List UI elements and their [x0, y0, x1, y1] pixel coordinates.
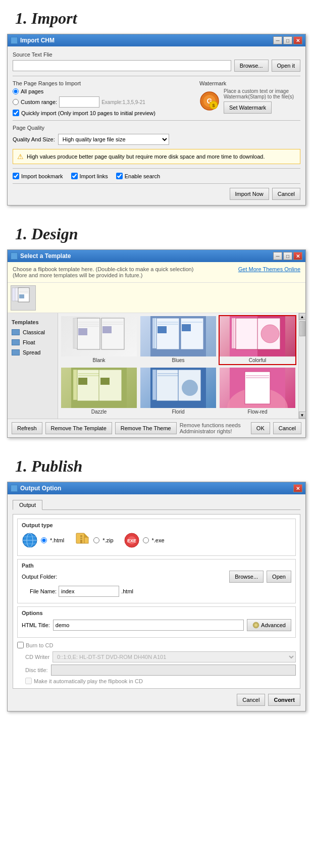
filename-row: File Name: .html	[22, 586, 291, 597]
template-blues-name: Blues	[140, 356, 216, 364]
template-flowred[interactable]: Flow-red	[219, 367, 296, 417]
classical-label: Classical	[23, 329, 45, 335]
scroll-up-btn[interactable]: ▲	[299, 313, 306, 320]
two-col-section: The Page Ranges to Import All pages Cust…	[13, 80, 300, 116]
divider3	[13, 168, 300, 169]
remove-template-button[interactable]: Remove The Template	[45, 422, 112, 434]
template-blank[interactable]: Blank	[60, 315, 138, 365]
output-close-btn[interactable]: ✕	[293, 484, 302, 492]
filename-input[interactable]	[59, 586, 119, 597]
design-window-title: Select a Template	[20, 252, 71, 260]
svg-rect-50	[156, 370, 179, 401]
quality-select[interactable]: High quality large file size Medium qual…	[58, 134, 169, 145]
zip-radio[interactable]	[93, 537, 99, 543]
step3-heading-container: 1. Publish	[0, 448, 313, 482]
template-florid[interactable]: Florid	[139, 367, 217, 417]
refresh-button[interactable]: Refresh	[12, 422, 42, 434]
burn-cd-fields: CD Writer 0::1:0,E: HL-DT-ST DVD-ROM DH4…	[17, 651, 296, 684]
import-now-button[interactable]: Import Now	[230, 188, 269, 200]
svg-rect-46	[99, 370, 122, 401]
import-bookmark-checkbox[interactable]	[13, 173, 19, 179]
watermark-desc: Place a custom text or image Watermark(S…	[224, 88, 300, 114]
templates-sidebar: Templates Classical Float Spread	[8, 313, 58, 419]
burn-cd-header: Burn to CD	[17, 642, 296, 648]
sidebar-item-classical[interactable]: Classical	[8, 327, 58, 337]
set-watermark-button[interactable]: Set Watermark	[224, 101, 272, 114]
scroll-thumb[interactable]	[299, 321, 305, 336]
output-window: Output Option ✕ Output Output type	[7, 482, 306, 711]
design-window-icon	[11, 252, 18, 260]
browse-button[interactable]: Browse...	[234, 60, 269, 72]
template-colorful-name: Colorful	[220, 356, 295, 364]
autoplay-checkbox[interactable]	[25, 678, 32, 684]
templates-label: Templates	[8, 317, 58, 327]
design-title-bar: Select a Template ─ □ ✕	[8, 250, 305, 262]
enable-search-label: Enable search	[116, 173, 160, 179]
design-header: Choose a flipbook template here. (Double…	[8, 262, 305, 283]
sidebar-item-float[interactable]: Float	[8, 337, 58, 347]
design-maximize-btn[interactable]: □	[283, 252, 292, 260]
design-ok-button[interactable]: OK	[251, 422, 270, 434]
custom-range-input[interactable]	[59, 96, 99, 108]
template-blues[interactable]: Blues	[139, 315, 217, 365]
burn-cd-checkbox[interactable]	[17, 642, 24, 648]
svg-rect-57	[245, 372, 270, 404]
template-dazzle-thumb	[61, 368, 137, 408]
template-colorful[interactable]: Colorful	[219, 315, 296, 365]
cd-writer-select[interactable]: 0::1:0,E: HL-DT-ST DVD-ROM DH40N A101	[53, 651, 296, 662]
output-html-option: *.html	[22, 532, 64, 548]
templates-grid: Blank	[58, 313, 298, 419]
html-title-input[interactable]	[53, 620, 244, 631]
watermark-box: G $ Place a custom text or image Waterma…	[199, 88, 300, 114]
sidebar-item-spread[interactable]: Spread	[8, 347, 58, 358]
output-type-row: *.html	[22, 532, 291, 548]
import-minimize-btn[interactable]: ─	[273, 36, 282, 44]
output-browse-button[interactable]: Browse...	[229, 571, 264, 583]
template-dazzle[interactable]: Dazzle	[60, 367, 138, 417]
custom-range-radio[interactable]	[13, 99, 19, 105]
float-icon	[12, 339, 20, 345]
warning-icon: ⚠	[17, 152, 24, 161]
design-title-controls: ─ □ ✕	[273, 252, 302, 260]
get-more-link[interactable]: Get More Themes Online	[238, 266, 300, 272]
all-pages-radio[interactable]	[13, 88, 19, 94]
template-flowred-thumb	[220, 368, 295, 408]
autoplay-row: Make it automatically play the flipbook …	[25, 678, 296, 684]
output-open-button[interactable]: Open	[267, 571, 291, 583]
import-window-title: Import CHM	[20, 37, 55, 44]
import-cancel-button[interactable]: Cancel	[272, 188, 300, 200]
openit-button[interactable]: Open it	[272, 60, 300, 72]
custom-range-row: Custom range: Example:1,3,5,9-21	[13, 96, 194, 108]
quick-import-checkbox[interactable]	[13, 110, 19, 116]
cd-writer-label: CD Writer	[25, 654, 49, 660]
advanced-icon	[252, 622, 259, 629]
output-cancel-button[interactable]: Cancel	[237, 694, 265, 706]
disc-title-input[interactable]	[51, 665, 296, 676]
classical-icon	[12, 329, 20, 335]
inner-panel: Output type	[13, 514, 300, 689]
spread-label: Spread	[23, 349, 40, 355]
import-links-checkbox[interactable]	[71, 173, 78, 179]
cd-writer-row: CD Writer 0::1:0,E: HL-DT-ST DVD-ROM DH4…	[25, 651, 296, 662]
import-close-btn[interactable]: ✕	[293, 36, 302, 44]
design-cancel-button[interactable]: Cancel	[273, 422, 301, 434]
quality-label: Quality And Size:	[13, 136, 55, 142]
svg-rect-32	[182, 324, 191, 331]
html-radio[interactable]	[41, 537, 47, 543]
options-label: Options	[22, 610, 291, 616]
tab-output[interactable]: Output	[13, 500, 42, 510]
remove-theme-button[interactable]: Remove The Theme	[115, 422, 177, 434]
convert-button[interactable]: Convert	[268, 694, 300, 706]
advanced-button[interactable]: Advanced	[247, 619, 291, 631]
quality-row: Quality And Size: High quality large fil…	[13, 134, 300, 145]
enable-search-checkbox[interactable]	[116, 173, 123, 179]
design-body: Templates Classical Float Spread	[8, 313, 305, 419]
exe-radio[interactable]	[143, 537, 149, 543]
page-ranges-section: The Page Ranges to Import All pages Cust…	[13, 80, 194, 116]
source-input[interactable]	[13, 60, 231, 71]
design-close-btn[interactable]: ✕	[293, 252, 302, 260]
design-window: Select a Template ─ □ ✕ Choose a flipboo…	[7, 249, 306, 438]
scroll-down-btn[interactable]: ▼	[299, 412, 306, 419]
design-minimize-btn[interactable]: ─	[273, 252, 282, 260]
import-maximize-btn[interactable]: □	[283, 36, 292, 44]
